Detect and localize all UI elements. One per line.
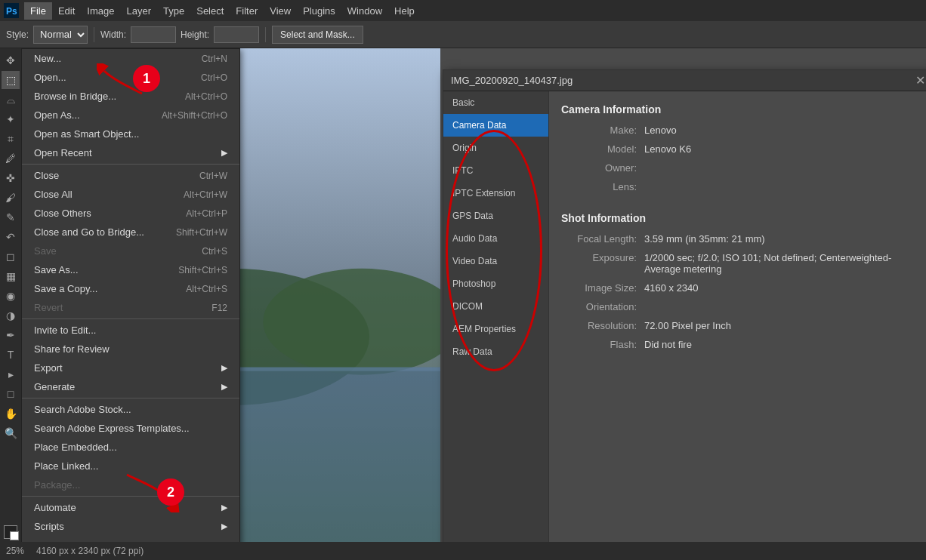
style-select[interactable]: Normal bbox=[33, 26, 88, 44]
sidebar-audio-data[interactable]: Audio Data bbox=[443, 227, 548, 250]
toolbar: Style: Normal Width: Height: Select and … bbox=[0, 21, 926, 48]
style-label: Style: bbox=[6, 29, 29, 40]
menu-open-as[interactable]: Open As... Alt+Shift+Ctrl+O bbox=[22, 106, 239, 125]
menu-window[interactable]: Window bbox=[341, 2, 388, 20]
menu-save-as[interactable]: Save As... Shift+Ctrl+S bbox=[22, 260, 239, 279]
menu-view[interactable]: View bbox=[264, 2, 297, 20]
tool-path-select[interactable]: ▸ bbox=[2, 365, 20, 383]
sep3 bbox=[22, 398, 239, 398]
model-value: Lenovo K6 bbox=[644, 143, 921, 155]
tool-history-brush[interactable]: ↶ bbox=[2, 228, 20, 246]
menu-plugins[interactable]: Plugins bbox=[297, 2, 341, 20]
menu-file[interactable]: File bbox=[24, 2, 52, 20]
menu-close-all[interactable]: Close All Alt+Ctrl+W bbox=[22, 185, 239, 204]
make-value: Lenovo bbox=[644, 125, 921, 136]
menu-save-copy[interactable]: Save a Copy... Alt+Ctrl+S bbox=[22, 279, 239, 298]
app-logo: Ps bbox=[3, 2, 20, 19]
tool-move[interactable]: ✥ bbox=[2, 51, 20, 69]
sidebar-photoshop[interactable]: Photoshop bbox=[443, 272, 548, 295]
toolbox: ✥ ⬚ ⌓ ✦ ⌗ 🖉 ✜ 🖌 ✎ ↶ ◻ ▦ ◉ ◑ ✒ T ▸ □ ✋ 🔍 bbox=[0, 48, 21, 542]
menu-type[interactable]: Type bbox=[157, 2, 190, 20]
tool-eraser[interactable]: ◻ bbox=[2, 248, 20, 266]
width-input[interactable] bbox=[131, 26, 176, 43]
dialog-body: Basic Camera Data Origin IPTC IPTC Exten… bbox=[443, 91, 926, 542]
tool-magic-wand[interactable]: ✦ bbox=[2, 110, 20, 128]
resolution-label: Resolution: bbox=[561, 320, 637, 331]
tool-clone[interactable]: ✎ bbox=[2, 208, 20, 226]
menu-generate[interactable]: Generate ▶ bbox=[22, 377, 239, 396]
tool-select-rect[interactable]: ⬚ bbox=[2, 71, 20, 89]
menu-automate[interactable]: Automate ▶ bbox=[22, 498, 239, 517]
annotation-1: 1 bbox=[133, 65, 160, 92]
orientation-row: Orientation: bbox=[561, 301, 921, 312]
menu-share-review[interactable]: Share for Review bbox=[22, 340, 239, 358]
menu-close-others[interactable]: Close Others Alt+Ctrl+P bbox=[22, 204, 239, 223]
lens-label: Lens: bbox=[561, 181, 637, 192]
menu-open-recent[interactable]: Open Recent ▶ bbox=[22, 143, 239, 162]
menu-open[interactable]: Open... Ctrl+O bbox=[22, 68, 239, 87]
height-label: Height: bbox=[181, 29, 209, 40]
tool-brush[interactable]: 🖌 bbox=[2, 189, 20, 207]
file-dropdown: New... Ctrl+N Open... Ctrl+O Browse in B… bbox=[21, 48, 240, 542]
sidebar-origin[interactable]: Origin bbox=[443, 137, 548, 159]
menu-new[interactable]: New... Ctrl+N bbox=[22, 49, 239, 68]
menu-image[interactable]: Image bbox=[81, 2, 120, 20]
menu-close[interactable]: Close Ctrl+W bbox=[22, 166, 239, 185]
menu-open-smart[interactable]: Open as Smart Object... bbox=[22, 125, 239, 143]
image-size-row: Image Size: 4160 x 2340 bbox=[561, 282, 921, 294]
tool-shape[interactable]: □ bbox=[2, 385, 20, 403]
status-bar: 25% 4160 px x 2340 px (72 ppi) bbox=[0, 542, 926, 560]
menu-edit[interactable]: Edit bbox=[52, 2, 81, 20]
flash-row: Flash: Did not fire bbox=[561, 339, 921, 350]
focal-length-label: Focal Length: bbox=[561, 233, 637, 245]
sidebar-iptc-extension[interactable]: IPTC Extension bbox=[443, 182, 548, 205]
sidebar-aem[interactable]: AEM Properties bbox=[443, 318, 548, 340]
tool-text[interactable]: T bbox=[2, 346, 20, 364]
menu-place-embedded[interactable]: Place Embedded... bbox=[22, 438, 239, 457]
menu-search-express[interactable]: Search Adobe Express Templates... bbox=[22, 419, 239, 438]
dialog-close-btn[interactable]: ✕ bbox=[915, 73, 925, 88]
tool-lasso[interactable]: ⌓ bbox=[2, 91, 20, 109]
focal-length-value: 3.59 mm (in 35mm: 21 mm) bbox=[644, 233, 921, 245]
menu-help[interactable]: Help bbox=[388, 2, 421, 20]
resolution-value: 72.00 Pixel per Inch bbox=[644, 320, 921, 331]
select-mask-btn[interactable]: Select and Mask... bbox=[272, 26, 363, 44]
sidebar-raw-data[interactable]: Raw Data bbox=[443, 340, 548, 363]
canvas-area: New... Ctrl+N Open... Ctrl+O Browse in B… bbox=[21, 48, 926, 542]
sidebar-video-data[interactable]: Video Data bbox=[443, 250, 548, 272]
tool-dodge[interactable]: ◑ bbox=[2, 306, 20, 325]
owner-label: Owner: bbox=[561, 162, 637, 174]
menu-scripts[interactable]: Scripts ▶ bbox=[22, 517, 239, 536]
menu-import[interactable]: Import ▶ bbox=[22, 536, 239, 542]
menu-close-bridge[interactable]: Close and Go to Bridge... Shift+Ctrl+W bbox=[22, 223, 239, 242]
camera-info-title: Camera Information bbox=[561, 103, 921, 115]
sidebar-iptc[interactable]: IPTC bbox=[443, 159, 548, 182]
tool-blur[interactable]: ◉ bbox=[2, 287, 20, 305]
tool-eyedropper[interactable]: 🖉 bbox=[2, 149, 20, 168]
tool-gradient[interactable]: ▦ bbox=[2, 267, 20, 285]
menu-place-linked[interactable]: Place Linked... bbox=[22, 457, 239, 475]
menu-browse-bridge[interactable]: Browse in Bridge... Alt+Ctrl+O bbox=[22, 87, 239, 106]
tool-spot-heal[interactable]: ✜ bbox=[2, 169, 20, 187]
menu-export[interactable]: Export ▶ bbox=[22, 358, 239, 377]
sidebar-basic[interactable]: Basic bbox=[443, 91, 548, 114]
tool-pen[interactable]: ✒ bbox=[2, 326, 20, 344]
menu-invite-edit[interactable]: Invite to Edit... bbox=[22, 321, 239, 340]
menu-search-stock[interactable]: Search Adobe Stock... bbox=[22, 400, 239, 419]
sidebar-dicom[interactable]: DICOM bbox=[443, 295, 548, 318]
menu-filter[interactable]: Filter bbox=[230, 2, 264, 20]
sidebar-camera-data[interactable]: Camera Data bbox=[443, 114, 548, 137]
model-row: Model: Lenovo K6 bbox=[561, 143, 921, 155]
tool-zoom[interactable]: 🔍 bbox=[2, 424, 20, 442]
menu-layer[interactable]: Layer bbox=[121, 2, 158, 20]
dialog-title: IMG_20200920_140437.jpg bbox=[451, 75, 573, 86]
height-input[interactable] bbox=[214, 26, 259, 43]
owner-value bbox=[644, 162, 921, 174]
tool-hand[interactable]: ✋ bbox=[2, 405, 20, 423]
toolbar-sep2 bbox=[265, 27, 266, 42]
sidebar-gps-data[interactable]: GPS Data bbox=[443, 205, 548, 227]
make-label: Make: bbox=[561, 125, 637, 136]
sep1 bbox=[22, 164, 239, 165]
tool-crop[interactable]: ⌗ bbox=[2, 130, 20, 148]
menu-select[interactable]: Select bbox=[190, 2, 230, 20]
